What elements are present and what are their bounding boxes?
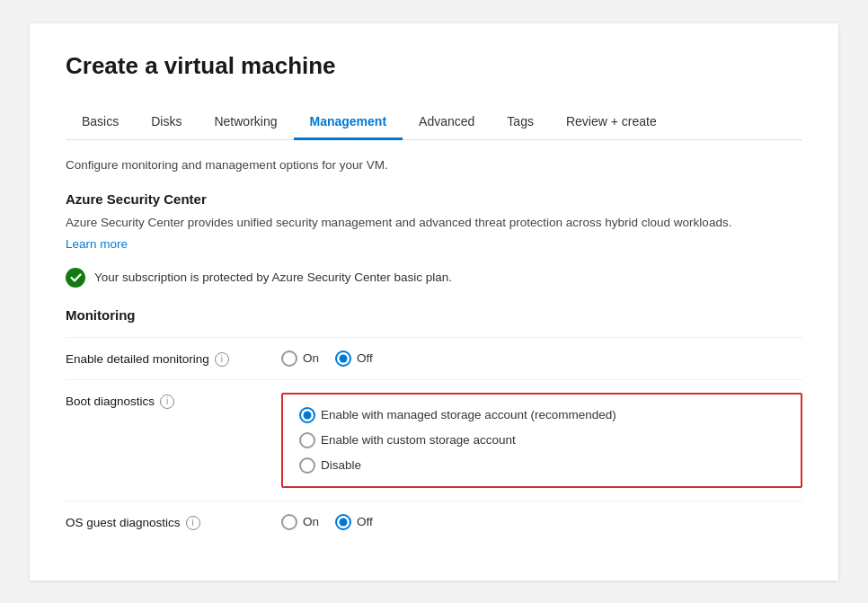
subscription-message: Your subscription is protected by Azure … — [94, 270, 452, 284]
os-guest-diagnostics-on-radio[interactable] — [281, 514, 297, 530]
os-guest-diagnostics-off[interactable]: Off — [335, 514, 373, 530]
boot-diagnostics-custom[interactable]: Enable with custom storage account — [299, 432, 784, 448]
main-card: Create a virtual machine Basics Disks Ne… — [30, 23, 838, 581]
monitoring-title: Monitoring — [66, 307, 802, 323]
page-title: Create a virtual machine — [66, 52, 802, 80]
boot-diagnostics-label: Boot diagnostics — [66, 395, 155, 408]
enable-detailed-monitoring-options: On Off — [281, 350, 373, 367]
enable-detailed-monitoring-off[interactable]: Off — [335, 350, 373, 367]
tab-networking[interactable]: Networking — [198, 105, 293, 140]
os-guest-diagnostics-label: OS guest diagnostics — [66, 516, 181, 529]
enable-detailed-monitoring-on[interactable]: On — [281, 350, 319, 367]
learn-more-link[interactable]: Learn more — [66, 237, 128, 251]
tab-management[interactable]: Management — [294, 105, 403, 140]
enable-detailed-monitoring-on-label: On — [303, 351, 319, 365]
boot-diagnostics-disable[interactable]: Disable — [299, 457, 784, 474]
tab-advanced[interactable]: Advanced — [403, 105, 491, 140]
monitoring-section: Monitoring Enable detailed monitoring i … — [66, 307, 802, 543]
boot-diagnostics-custom-radio[interactable] — [299, 432, 315, 448]
tab-tags[interactable]: Tags — [491, 105, 550, 140]
tab-basics[interactable]: Basics — [66, 105, 135, 140]
os-guest-diagnostics-options: On Off — [281, 514, 373, 530]
enable-detailed-monitoring-label: Enable detailed monitoring — [66, 352, 209, 366]
tab-review-create[interactable]: Review + create — [550, 105, 673, 140]
enable-detailed-monitoring-off-label: Off — [357, 351, 373, 365]
boot-diagnostics-info-icon[interactable]: i — [160, 395, 174, 409]
os-guest-diagnostics-off-radio[interactable] — [335, 514, 351, 530]
boot-diagnostics-managed-radio[interactable] — [299, 407, 315, 423]
boot-diagnostics-managed-label: Enable with managed storage account (rec… — [321, 408, 616, 421]
os-guest-diagnostics-on[interactable]: On — [281, 514, 319, 530]
security-title: Azure Security Center — [66, 191, 802, 207]
security-section: Azure Security Center Azure Security Cen… — [66, 191, 802, 288]
os-guest-diagnostics-off-label: Off — [357, 515, 373, 528]
enable-detailed-monitoring-field: Enable detailed monitoring i On Off — [66, 337, 802, 379]
enable-detailed-monitoring-off-radio[interactable] — [335, 350, 351, 367]
enable-detailed-monitoring-on-radio[interactable] — [281, 350, 297, 367]
page-subtitle: Configure monitoring and management opti… — [66, 158, 802, 172]
enable-detailed-monitoring-info-icon[interactable]: i — [215, 352, 229, 367]
boot-diagnostics-custom-label: Enable with custom storage account — [321, 433, 516, 447]
subscription-status-row: Your subscription is protected by Azure … — [66, 268, 802, 288]
boot-diagnostics-disable-label: Disable — [321, 458, 361, 472]
boot-diagnostics-managed[interactable]: Enable with managed storage account (rec… — [299, 407, 784, 423]
os-guest-diagnostics-field: OS guest diagnostics i On Off — [66, 501, 802, 543]
boot-diagnostics-box: Enable with managed storage account (rec… — [281, 393, 802, 488]
boot-diagnostics-disable-radio[interactable] — [299, 457, 315, 474]
tab-navigation: Basics Disks Networking Management Advan… — [66, 105, 802, 140]
boot-diagnostics-field: Boot diagnostics i Enable with managed s… — [66, 379, 802, 501]
os-guest-diagnostics-on-label: On — [303, 515, 319, 528]
security-description: Azure Security Center provides unified s… — [66, 214, 802, 232]
boot-diagnostics-options: Enable with managed storage account (rec… — [299, 407, 784, 474]
check-circle-icon — [66, 268, 85, 288]
tab-disks[interactable]: Disks — [135, 105, 198, 140]
os-guest-diagnostics-info-icon[interactable]: i — [186, 516, 200, 530]
